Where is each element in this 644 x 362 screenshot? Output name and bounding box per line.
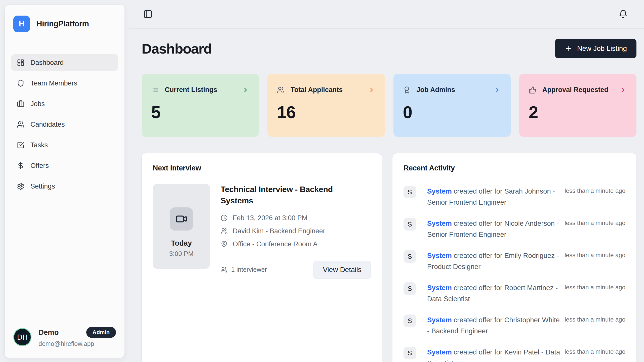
new-job-listing-button[interactable]: New Job Listing (555, 39, 636, 58)
interview-datetime: Feb 13, 2026 at 3:00 PM (233, 214, 307, 222)
sidebar-item-team-members[interactable]: Team Members (11, 75, 118, 92)
brand-name: HiringPlatform (36, 19, 89, 28)
dollar-icon (17, 162, 24, 169)
users-icon (277, 86, 285, 94)
sidebar-item-jobs[interactable]: Jobs (11, 96, 118, 112)
page-title: Dashboard (142, 40, 212, 57)
page-head: Dashboard New Job Listing (142, 39, 636, 58)
user-info: Demo Admin demo@hireflow.app (38, 327, 116, 347)
notifications-button[interactable] (619, 10, 628, 19)
recent-activity-title: Recent Activity (404, 164, 625, 172)
activity-timestamp: less than a minute ago (565, 347, 626, 355)
activity-text: System created offer for Emily Rodriguez… (427, 250, 560, 272)
activity-actor-link[interactable]: System (427, 316, 452, 324)
new-job-listing-label: New Job Listing (577, 44, 627, 53)
interview-person-row: David Kim - Backend Engineer (221, 227, 371, 235)
user-card[interactable]: DH Demo Admin demo@hireflow.app (11, 327, 118, 347)
shield-icon (17, 79, 24, 87)
chevron-right-icon (619, 86, 627, 94)
next-interview-title: Next Interview (153, 164, 371, 172)
stat-card-current-listings[interactable]: Current Listings 5 (142, 74, 259, 137)
brand: H HiringPlatform (13, 16, 116, 32)
activity-timestamp: less than a minute ago (565, 282, 626, 291)
sidebar-item-dashboard[interactable]: Dashboard (11, 54, 118, 71)
sidebar-item-candidates[interactable]: Candidates (11, 116, 118, 133)
sidebar-item-label: Team Members (30, 79, 77, 87)
sidebar-item-label: Dashboard (30, 59, 64, 67)
gear-icon (17, 183, 24, 190)
recent-activity-card: Recent Activity S System created offer f… (392, 153, 636, 362)
app-root: H HiringPlatform Dashboard Team Members (0, 0, 644, 362)
interview-time: 3:00 PM (169, 250, 194, 258)
stat-card-approval-requested[interactable]: Approval Requested 2 (519, 74, 636, 137)
view-details-button[interactable]: View Details (313, 261, 371, 279)
users-icon (221, 228, 228, 235)
plus-icon (565, 45, 572, 52)
briefcase-icon (17, 100, 24, 108)
activity-timestamp: less than a minute ago (565, 186, 626, 194)
sidebar-item-label: Tasks (30, 141, 48, 149)
sidebar-nav: Dashboard Team Members Jobs Candidates (11, 54, 118, 195)
activity-timestamp: less than a minute ago (565, 250, 626, 259)
sidebar-item-tasks[interactable]: Tasks (11, 137, 118, 153)
activity-list: S System created offer for Sarah Johnson… (404, 186, 625, 362)
sidebar-toggle-button[interactable] (143, 10, 152, 19)
chevron-right-icon (494, 86, 501, 94)
activity-actor-link[interactable]: System (427, 284, 452, 292)
sidebar-item-label: Candidates (30, 121, 65, 128)
stat-label: Job Admins (417, 86, 455, 94)
sidebar-item-settings[interactable]: Settings (11, 178, 118, 195)
layout-dashboard-icon (17, 59, 24, 66)
panel-left-icon (143, 10, 152, 19)
video-icon (170, 207, 193, 231)
stat-value: 2 (529, 102, 627, 122)
activity-actor-link[interactable]: System (427, 219, 452, 227)
stat-card-total-applicants[interactable]: Total Applicants 16 (267, 74, 385, 137)
stat-value: 5 (151, 102, 249, 122)
content: Dashboard New Job Listing Current Listin… (129, 29, 644, 362)
activity-text: System created offer for Christopher Whi… (427, 314, 560, 337)
sidebar-item-label: Offers (30, 162, 49, 170)
stat-value: 16 (277, 102, 375, 122)
interview-details: Technical Interview - Backend Systems Fe… (221, 184, 371, 279)
map-pin-icon (221, 241, 228, 248)
thumbs-up-icon (529, 86, 536, 94)
interview-datetime-row: Feb 13, 2026 at 3:00 PM (221, 214, 371, 222)
activity-item: S System created offer for Kevin Patel -… (404, 347, 625, 362)
activity-avatar: S (404, 186, 416, 198)
activity-avatar: S (404, 347, 416, 359)
topbar (129, 0, 644, 29)
bell-icon (619, 10, 628, 19)
activity-item: S System created offer for Nicole Anders… (404, 218, 625, 240)
stat-label: Approval Requested (542, 86, 609, 94)
activity-text: System created offer for Kevin Patel - D… (427, 347, 560, 362)
stat-value: 0 (403, 102, 501, 122)
user-email: demo@hireflow.app (38, 340, 116, 347)
chevron-right-icon (368, 86, 375, 94)
sidebar-item-label: Jobs (30, 100, 45, 108)
users-icon (17, 121, 24, 128)
interview-location-row: Office - Conference Room A (221, 240, 371, 248)
user-name: Demo (38, 328, 59, 337)
interview-row: Today 3:00 PM Technical Interview - Back… (153, 184, 371, 279)
users-icon (221, 266, 227, 273)
avatar: DH (13, 328, 31, 346)
chevron-right-icon (242, 86, 249, 94)
activity-actor-link[interactable]: System (427, 252, 452, 259)
main-area: Dashboard New Job Listing Current Listin… (129, 0, 644, 362)
sidebar-item-offers[interactable]: Offers (11, 157, 118, 174)
interview-day: Today (171, 239, 192, 247)
activity-item: S System created offer for Emily Rodrigu… (404, 250, 625, 272)
activity-timestamp: less than a minute ago (565, 314, 626, 323)
stat-card-job-admins[interactable]: Job Admins 0 (393, 74, 511, 137)
activity-avatar: S (404, 250, 416, 263)
interview-location: Office - Conference Room A (233, 240, 317, 248)
activity-actor-link[interactable]: System (427, 187, 452, 195)
activity-item: S System created offer for Robert Martin… (404, 282, 625, 304)
square-check-icon (17, 141, 24, 149)
interviewer-count: 1 interviewer (221, 266, 267, 273)
next-interview-card: Next Interview Today 3:00 PM Technical I… (142, 153, 382, 362)
activity-actor-link[interactable]: System (427, 348, 452, 356)
activity-item: S System created offer for Sarah Johnson… (404, 186, 625, 208)
panels-row: Next Interview Today 3:00 PM Technical I… (142, 153, 636, 362)
